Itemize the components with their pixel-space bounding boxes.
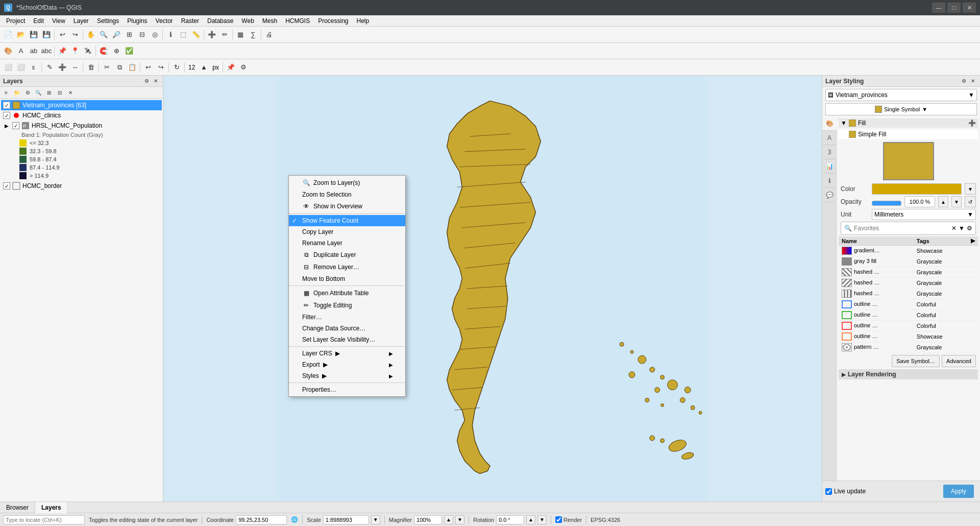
- layer-vietnam-provinces[interactable]: Vietnam_provinces [63]: [1, 100, 162, 110]
- zoom-out-btn[interactable]: 🔎: [110, 29, 122, 41]
- minimize-button[interactable]: —: [932, 3, 945, 13]
- save-as-btn[interactable]: 💾: [40, 29, 53, 41]
- ctx-zoom-to-layer[interactable]: 🔍 Zoom to Layer(s): [289, 177, 405, 189]
- symbol-list-item[interactable]: hashed …Grayscale: [839, 278, 978, 289]
- gps-btn[interactable]: 🛰: [82, 45, 94, 57]
- menu-web[interactable]: Web: [237, 15, 258, 27]
- open-layer-properties-btn[interactable]: ≡: [1, 88, 11, 98]
- settings-btn[interactable]: ⚙: [237, 61, 250, 74]
- magnifier-down-btn[interactable]: ▼: [455, 515, 464, 524]
- ctx-move-bottom[interactable]: Move to Bottom: [289, 273, 405, 284]
- map-area[interactable]: 🔍 Zoom to Layer(s) Zoom to Selection 👁 S…: [163, 76, 822, 501]
- redo2-btn[interactable]: ↪: [155, 61, 167, 74]
- zoom-selection-btn[interactable]: ◎: [149, 29, 161, 41]
- symbol-list-item[interactable]: hashed …Grayscale: [839, 267, 978, 278]
- menu-edit[interactable]: Edit: [29, 15, 48, 27]
- ctx-copy-layer[interactable]: Copy Layer: [289, 226, 405, 237]
- style-tab-map-tips[interactable]: 💬: [822, 188, 837, 202]
- symbol-list-item[interactable]: gray 3 fillGrayscale: [839, 256, 978, 267]
- layer-checkbox-clinics[interactable]: [3, 112, 10, 119]
- ctx-open-attr-table[interactable]: ▦ Open Attribute Table: [289, 287, 405, 299]
- expand-icon[interactable]: ▶: [3, 122, 10, 129]
- unit-select[interactable]: Millimeters ▼: [872, 209, 976, 220]
- symbol-list-item[interactable]: hashed …Grayscale: [839, 289, 978, 299]
- ctx-rename-layer[interactable]: Rename Layer: [289, 237, 405, 249]
- open-project-btn[interactable]: 📂: [15, 29, 27, 41]
- menu-layer[interactable]: Layer: [69, 15, 93, 27]
- menu-project[interactable]: Project: [2, 15, 29, 27]
- coordinate-input[interactable]: [236, 515, 287, 524]
- label2-btn[interactable]: ab: [28, 45, 40, 57]
- menu-raster[interactable]: Raster: [177, 15, 203, 27]
- layer-rendering-section[interactable]: ▶ Layer Rendering: [839, 369, 978, 379]
- add-group-btn[interactable]: 📁: [12, 88, 22, 98]
- manage-layers-btn[interactable]: ⚙: [22, 88, 33, 98]
- save-project-btn[interactable]: 💾: [28, 29, 40, 41]
- layer-hcmc-border[interactable]: HCMC_border: [1, 181, 162, 191]
- select-expr-btn[interactable]: ε: [28, 61, 40, 74]
- style-tab-label[interactable]: A: [822, 131, 837, 145]
- rotate-btn[interactable]: ↻: [170, 61, 183, 74]
- print-btn[interactable]: 🖨: [263, 29, 275, 41]
- close-button[interactable]: ✕: [963, 3, 976, 13]
- ctx-layer-crs[interactable]: Layer CRS ▶: [289, 348, 405, 359]
- save-symbol-btn[interactable]: Save Symbol…: [892, 355, 940, 367]
- styling-panel-close[interactable]: ✕: [969, 77, 977, 85]
- magnifier-input[interactable]: [414, 515, 442, 524]
- style-tab-3d[interactable]: 3: [822, 145, 837, 159]
- fav-settings-btn[interactable]: ⚙: [967, 225, 972, 232]
- add-symbol-layer-btn[interactable]: ➕: [968, 119, 976, 127]
- pin2-btn[interactable]: 📍: [69, 45, 81, 57]
- render-checkbox[interactable]: [555, 516, 562, 523]
- epsg-value[interactable]: EPSG:4326: [591, 517, 620, 523]
- styling-layer-select[interactable]: 🖼 Vietnam_provinces ▼: [825, 89, 977, 101]
- menu-processing[interactable]: Processing: [314, 15, 352, 27]
- favorites-search-input[interactable]: [854, 225, 949, 232]
- live-update-checkbox[interactable]: [825, 488, 832, 495]
- menu-view[interactable]: View: [48, 15, 69, 27]
- remove-layer-toolbar-btn[interactable]: ✕: [65, 88, 76, 98]
- measure-btn[interactable]: 📏: [190, 29, 202, 41]
- color-picker[interactable]: [872, 183, 962, 195]
- rotation-up-btn[interactable]: ▲: [526, 515, 535, 524]
- new-project-btn[interactable]: 📄: [2, 29, 14, 41]
- ctx-show-feature-count[interactable]: ✓ Show Feature Count: [289, 215, 405, 226]
- ctx-set-scale-visibility[interactable]: Set Layer Scale Visibility…: [289, 334, 405, 345]
- ctx-filter[interactable]: Filter…: [289, 312, 405, 323]
- pan-map-btn[interactable]: ✋: [85, 29, 97, 41]
- tab-browser[interactable]: Browser: [0, 502, 35, 513]
- zoom-full-btn[interactable]: ⊞: [123, 29, 135, 41]
- layer-hrsl-hcmc[interactable]: ▶ R HRSL_HCMC_Population: [1, 121, 162, 131]
- snapping-btn[interactable]: 🧲: [97, 45, 110, 57]
- abc-btn[interactable]: abc: [40, 45, 53, 57]
- symbol-list-item[interactable]: outline …Showcase: [839, 331, 978, 342]
- ctx-toggle-editing[interactable]: ✏ Toggle Editing: [289, 299, 405, 312]
- select-all-btn[interactable]: ⬜: [2, 61, 14, 74]
- symbol-list-item[interactable]: outline …Colorful: [839, 299, 978, 310]
- menu-vector[interactable]: Vector: [152, 15, 177, 27]
- apply-button[interactable]: Apply: [943, 485, 974, 498]
- pin3-btn[interactable]: 📌: [225, 61, 237, 74]
- ctx-duplicate-layer[interactable]: ⧉ Duplicate Layer: [289, 249, 405, 261]
- rotation-down-btn[interactable]: ▼: [537, 515, 547, 524]
- undo2-btn[interactable]: ↩: [142, 61, 154, 74]
- label-btn[interactable]: A: [15, 45, 27, 57]
- paste-btn[interactable]: 📋: [126, 61, 138, 74]
- opacity-up-btn[interactable]: ▲: [938, 196, 948, 207]
- ctx-properties[interactable]: Properties…: [289, 384, 405, 395]
- symbol-list-item[interactable]: pattern …Grayscale: [839, 342, 978, 353]
- move-feature-btn[interactable]: ↔: [69, 61, 81, 74]
- edit-tool-btn[interactable]: ✎: [43, 61, 56, 74]
- scale-input[interactable]: [323, 515, 369, 524]
- cut-btn[interactable]: ✂: [101, 61, 113, 74]
- layer-checkbox-border[interactable]: [3, 182, 10, 189]
- style-tab-source[interactable]: ℹ: [822, 174, 837, 188]
- deselect-btn[interactable]: ⬜: [15, 61, 27, 74]
- font-size-up-btn[interactable]: ▲: [198, 61, 210, 74]
- symbol-list-item[interactable]: gradient…Showcase: [839, 246, 978, 256]
- digitize-btn[interactable]: ✏: [218, 29, 231, 41]
- redo-btn[interactable]: ↪: [69, 29, 81, 41]
- maximize-button[interactable]: □: [947, 3, 961, 13]
- ctx-show-overview[interactable]: 👁 Show in Overview: [289, 200, 405, 212]
- ctx-remove-layer[interactable]: ⊟ Remove Layer…: [289, 261, 405, 273]
